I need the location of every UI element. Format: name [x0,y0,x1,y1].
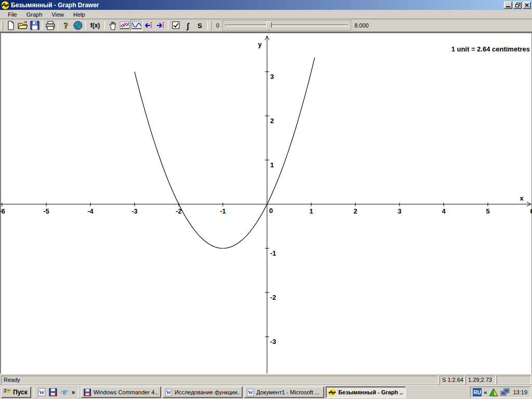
wincmd-icon[interactable] [49,388,57,396]
toolbar-separator [207,21,208,30]
x-tick-label: -4 [87,207,94,215]
quick-launch-overflow-chevron[interactable]: » [72,389,75,396]
task-button-issledovanie[interactable]: W Исследование функции... [163,387,243,398]
printer-icon [45,21,56,30]
help-button[interactable]: ? [60,20,72,31]
menu-file[interactable]: File [3,10,22,19]
title-bar: Безымянный - Graph Drawer × [0,0,532,10]
taskbar-separator [34,387,34,397]
start-button[interactable]: Пуск [1,387,31,398]
graph-curve-button[interactable] [130,20,142,31]
y-tick-label: 1 [270,161,274,169]
toolbar-grip[interactable] [210,21,211,30]
slider-thumb[interactable] [266,22,272,30]
status-empty-panel [497,376,531,384]
new-document-button[interactable] [5,20,17,31]
toolbar-grip[interactable] [2,21,3,30]
ie-icon[interactable]: e [60,388,69,396]
x-tick-label: -3 [131,207,138,215]
close-icon: × [524,3,529,8]
checkbox-checked-icon [172,21,180,30]
menu-graph[interactable]: Graph [22,10,47,19]
status-coords-panel: 1.29;2.73 [466,376,496,384]
checkbox-button[interactable] [170,20,182,31]
display-triangle-icon[interactable] [489,388,498,396]
status-message: Ready [1,376,438,384]
x-tick-label: -5 [43,207,49,215]
slider-value-label: 8.000 [354,22,369,29]
menu-help[interactable]: Help [69,10,90,19]
y-tick-label: 3 [270,73,274,81]
toolbar: ? f(x) [0,19,532,32]
clock: 13:19 [512,389,527,395]
language-indicator[interactable]: RU [473,388,482,396]
task-label: Windows Commander 4.... [94,389,158,395]
status-scale-text: S 1:2.64 [442,377,463,383]
graph-drawer-icon [1,1,9,9]
toolbar-separator [85,21,86,30]
graph-multi-button[interactable] [118,20,130,31]
new-document-icon [6,21,16,30]
x-tick-label: 1 [309,207,313,215]
function-button[interactable]: f(x) [87,20,103,31]
graph-canvas[interactable]: -6-5-4-3-2-1123456321-1-2-30xy1 unit = 2… [0,32,532,374]
svg-text:?: ? [63,21,68,30]
slider-min-label: 0 [216,22,219,29]
y-tick-label: -1 [270,249,276,257]
next-marker-button[interactable] [154,20,166,31]
svg-text:W: W [248,390,254,395]
taskbar: Пуск W e » [0,385,532,399]
restore-button[interactable] [513,2,522,9]
slider-track[interactable] [225,24,349,26]
task-button-wincmd[interactable]: Windows Commander 4.... [81,387,161,398]
network-icon[interactable] [500,388,510,396]
task-button-document1[interactable]: W Документ1 - Microsoft ... [244,387,324,398]
tray-chevron[interactable]: « [484,389,487,395]
pan-button[interactable] [107,20,118,31]
svg-text:W: W [39,389,45,395]
x-axis-letter: x [520,194,524,202]
svg-text:W: W [166,390,171,395]
toolbar-separator [168,21,168,30]
y-tick-label: -2 [270,294,276,301]
prev-marker-button[interactable] [142,20,154,31]
status-coords-text: 1.29;2.73 [468,377,492,383]
y-tick-label: -3 [270,338,276,345]
s-icon: S [197,22,202,30]
save-button[interactable] [29,20,41,31]
quick-launch: W e » [37,388,76,396]
integral-icon: ∫ [187,21,189,30]
menu-view[interactable]: View [47,10,69,19]
graph-drawer-icon [328,389,336,396]
x-tick-label: 3 [397,207,401,215]
parameter-slider[interactable] [222,20,351,31]
minimize-button[interactable] [504,2,512,9]
s-mode-button[interactable]: S [194,20,206,31]
menu-bar: File Graph View Help [0,10,532,19]
help-icon: ? [62,21,70,30]
graph-area[interactable]: -6-5-4-3-2-1123456321-1-2-30xy1 unit = 2… [0,32,532,374]
x-tick-label: 5 [486,207,489,215]
integral-button[interactable]: ∫ [182,20,194,31]
task-label: Исследование функции... [175,389,240,395]
fx-icon: f(x) [90,22,100,29]
restore-icon [515,3,520,7]
open-file-button[interactable] [17,20,29,31]
toolbar-separator [104,21,105,30]
save-floppy-icon [30,21,39,30]
internet-button[interactable] [72,20,84,31]
task-button-graph-drawer[interactable]: Безымянный - Graph ... [326,387,406,398]
task-label: Безымянный - Graph ... [338,389,403,395]
floppy-icon [84,389,91,396]
system-tray: RU « 13:19 [470,387,531,398]
close-button[interactable]: × [523,2,531,9]
open-folder-icon [18,21,28,30]
print-button[interactable] [44,20,56,31]
word-icon[interactable]: W [38,388,46,396]
y-tick-label: 2 [270,117,274,125]
taskbar-separator [78,387,78,397]
minimize-icon [506,6,510,7]
x-tick-label: 2 [353,207,357,215]
x-tick-label: -6 [0,207,5,215]
status-scale-panel: S 1:2.64 [440,376,464,384]
